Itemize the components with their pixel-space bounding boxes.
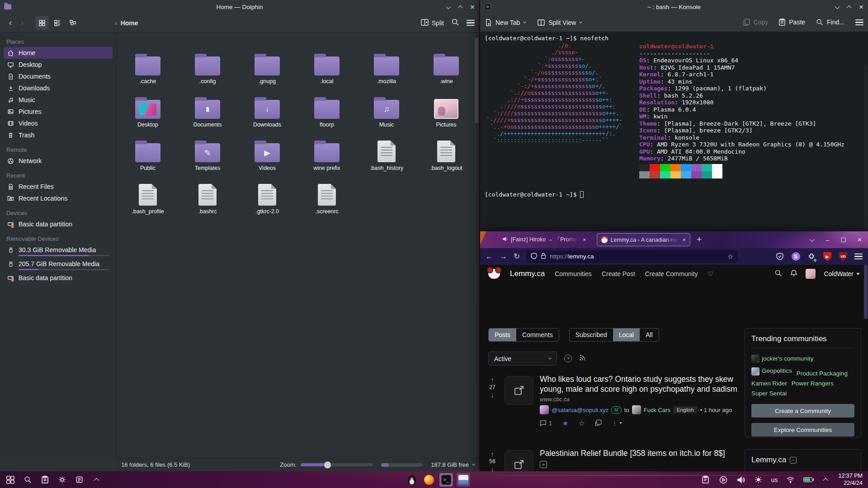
firefox-scrollbar[interactable] [864,265,868,319]
forward-button[interactable]: → [500,252,507,261]
nav-create-post[interactable]: Create Post [602,270,635,277]
extensions-puzzle-icon[interactable] [807,252,816,261]
explore-communities-button[interactable]: Explore Communities [751,423,854,436]
breadcrumb[interactable]: › Home [115,19,138,27]
tux-task-icon[interactable] [405,473,419,487]
filter-local[interactable]: Local [613,328,640,341]
rss-icon[interactable] [579,354,586,363]
bookmark-star-icon[interactable]: ☆ [727,253,733,261]
featured-star-icon[interactable]: ★ [562,419,568,427]
minimize-icon[interactable] [835,4,839,10]
sidebar-item-basic-data-partition[interactable]: Basic data partition [4,272,113,284]
tree-view-button[interactable] [66,16,80,30]
trending-community-link[interactable]: Product Packaging [797,369,848,379]
user-avatar[interactable] [806,269,816,279]
keyboard-layout-indicator[interactable]: us [771,476,778,483]
sidebar-item-trash[interactable]: Trash [4,129,113,141]
file-item-pictures[interactable]: Pictures [416,88,476,131]
notifications-bell-icon[interactable] [790,269,797,278]
file-item--screenrc[interactable]: .screenrc [297,175,357,218]
filter-all[interactable]: All [640,328,659,341]
panel-expand-chevron-icon[interactable] [90,473,103,487]
ublock-extension-icon[interactable]: UD [839,252,848,261]
file-item--bash-logout[interactable]: .bash_logout [416,131,476,175]
extension-shield-icon[interactable] [775,252,784,261]
filter-comments[interactable]: Comments [516,328,559,341]
sidebar-item-recent-files[interactable]: Recent Files [4,181,113,192]
konsole-task-icon[interactable]: >_ [439,473,453,487]
notes-widget-icon[interactable] [72,473,86,487]
lemmy-logo-icon[interactable] [488,269,500,279]
paste-button[interactable]: Paste [779,19,805,26]
file-item--cache[interactable]: .cache [118,45,178,88]
krunner-search-icon[interactable] [21,473,34,487]
brightness-tray-icon[interactable] [754,475,764,485]
maximize-icon[interactable] [458,4,462,10]
sort-help-icon[interactable]: ? [564,355,572,362]
lock-icon[interactable] [541,253,546,260]
clipboard-tray-icon[interactable] [701,475,711,485]
sidebar-item-downloads[interactable]: Downloads [4,82,113,94]
dolphin-task-icon[interactable] [457,473,470,487]
split-view-button[interactable]: Split View [538,19,582,26]
trending-community-link[interactable]: Super Sentai [751,389,787,399]
icons-view-button[interactable] [35,16,49,30]
nav-create-community[interactable]: Create Community [645,270,698,277]
file-item--config[interactable]: .config [178,45,237,88]
close-icon[interactable]: × [858,236,862,244]
comments-button[interactable]: 1 [540,420,552,427]
clock-widget[interactable]: 12:37 PM 22/4/24 [838,473,863,487]
trending-community-link[interactable]: Power Rangers [792,379,834,389]
user-menu[interactable]: ColdWater [824,270,860,277]
tracking-shield-icon[interactable] [531,253,537,261]
tab-active[interactable]: Lemmy.ca - A canadian-run × [597,233,691,246]
file-item--gnupg[interactable]: .gnupg [237,45,297,88]
file-item-desktop[interactable]: Desktop [118,88,178,131]
maximize-icon[interactable] [847,4,851,10]
battery-tray-icon[interactable] [803,475,813,485]
upvote-icon[interactable]: ↑ [491,450,494,458]
sidebar-item-30-3-gib-removable-media[interactable]: 30.3 GiB Removable Media [4,244,113,256]
app-launcher-icon[interactable] [4,473,17,487]
sort-select[interactable]: Active [488,352,557,366]
back-button[interactable]: ← [486,252,493,261]
dolphin-titlebar[interactable]: Home — Dolphin × [0,0,479,14]
new-tab-button[interactable]: New Tab [485,19,526,26]
sidebar-item-basic-data-partition[interactable]: Basic data partition [4,218,113,230]
back-button[interactable]: ‹ [5,17,16,29]
sidebar-item-desktop[interactable]: Desktop [4,59,113,70]
details-view-button[interactable] [51,16,64,30]
tab-close-icon[interactable]: × [583,236,586,243]
tab-title[interactable]: [Fainz] Hiroko → 「Promise [511,236,579,244]
post-domain[interactable]: www.cbc.ca [540,396,753,403]
file-item--mozilla[interactable]: .mozilla [357,45,416,88]
crosspost-icon[interactable] [595,419,602,427]
menu-icon[interactable] [855,18,863,27]
community-link[interactable]: Fuck Cars [644,407,670,413]
file-item-downloads[interactable]: ↓Downloads [237,88,297,131]
upvote-icon[interactable]: ↑ [491,376,494,384]
donate-heart-icon[interactable]: ♡ [708,270,714,277]
minimize-icon[interactable]: – [826,236,829,244]
file-item-music[interactable]: ♫Music [357,88,416,131]
file-item-wine-prefix[interactable]: wine prefix [297,131,357,175]
color-temperature-icon[interactable] [55,473,69,487]
sidebar-item-pictures[interactable]: Pictures [4,106,113,117]
save-star-icon[interactable]: ☆ [579,419,585,427]
sidebar-item-network[interactable]: Network [4,155,113,167]
trending-community-link[interactable]: jocker's community [751,354,813,364]
collapse-icon[interactable]: − [790,457,797,464]
more-actions-icon[interactable]: ⋮ [612,420,623,427]
file-item-templates[interactable]: ✎Templates [178,131,237,175]
post-thumbnail-link[interactable] [505,376,533,405]
find-button[interactable]: Find... [816,19,844,26]
search-icon[interactable] [774,269,782,278]
breadcrumb-home[interactable]: Home [121,19,138,27]
search-icon[interactable] [451,18,459,28]
konsole-titlebar[interactable]: > ~ : bash — Konsole × [480,0,868,14]
reload-button[interactable]: ↻ [514,252,520,261]
tab-close-icon[interactable]: × [683,236,686,243]
tab-title[interactable]: Lemmy.ca - A canadian-run [611,237,679,243]
copy-button[interactable]: Copy [743,19,769,26]
downvote-icon[interactable]: ↓ [491,391,494,399]
